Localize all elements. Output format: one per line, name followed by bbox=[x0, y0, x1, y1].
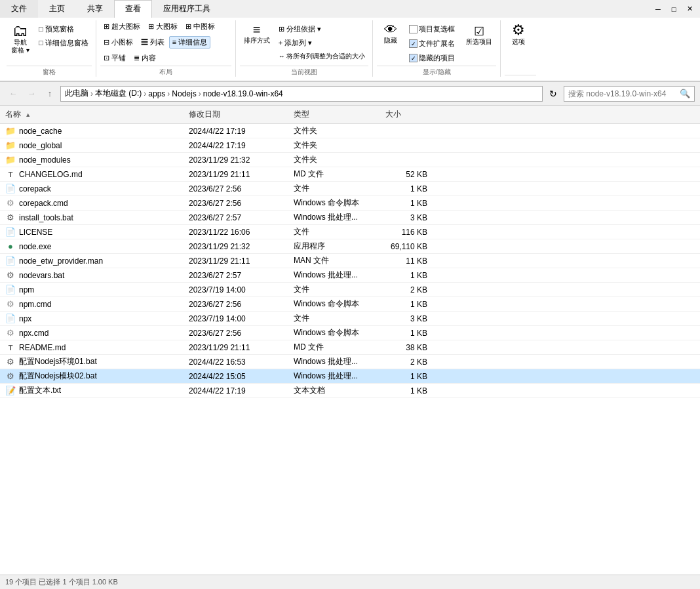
file-type: Windows 命令脚本 bbox=[288, 298, 380, 310]
back-button[interactable]: ← bbox=[5, 86, 21, 102]
path-sep-4: › bbox=[199, 89, 201, 98]
view-extra-large-button[interactable]: ⊞ 超大图标 bbox=[100, 20, 144, 33]
file-name: 配置Nodejs模块02.bat bbox=[19, 371, 97, 382]
tab-app-tools[interactable]: 应用程序工具 bbox=[152, 0, 222, 18]
file-icon: 📁 bbox=[5, 126, 16, 136]
file-row[interactable]: ⚙ 配置Nodejs模块02.bat 2024/4/22 15:05 Windo… bbox=[0, 369, 700, 384]
file-date: 2023/11/29 21:11 bbox=[184, 256, 288, 266]
file-row[interactable]: 📄 LICENSE 2023/11/22 16:06 文件 116 KB bbox=[0, 225, 700, 239]
file-row[interactable]: ● node.exe 2023/11/29 21:32 应用程序 69,110 … bbox=[0, 239, 700, 254]
file-date: 2023/6/27 2:56 bbox=[184, 199, 288, 208]
file-row[interactable]: ⚙ 配置Nodejs环境01.bat 2024/4/22 16:53 Windo… bbox=[0, 355, 700, 369]
file-icon: 📁 bbox=[5, 155, 16, 165]
file-row[interactable]: 📝 配置文本.txt 2024/4/22 17:19 文本文档 1 KB bbox=[0, 384, 700, 398]
file-name: README.md bbox=[19, 343, 66, 352]
ribbon-group-show-hide: 👁 隐藏 项目复选框 ✓ 文件扩展名 ✓ 隐藏的项目 bbox=[373, 20, 501, 77]
path-current[interactable]: node-v18.19.0-win-x64 bbox=[203, 89, 283, 98]
sort-icon: ≡ bbox=[253, 23, 261, 36]
file-icon: ● bbox=[5, 241, 16, 252]
file-type: Windows 命令脚本 bbox=[288, 197, 380, 209]
path-drive[interactable]: 本地磁盘 (D:) bbox=[95, 88, 142, 99]
sort-button[interactable]: ≡ 排序方式 bbox=[240, 20, 274, 48]
file-row[interactable]: 📄 npm 2023/7/19 14:00 文件 2 KB bbox=[0, 283, 700, 297]
search-box[interactable]: 🔍 bbox=[564, 86, 695, 102]
file-row[interactable]: T CHANGELOG.md 2023/11/29 21:11 MD 文件 52… bbox=[0, 167, 700, 182]
file-type: 文件夹 bbox=[288, 154, 380, 165]
ribbon-group-pane-label: 窗格 bbox=[7, 66, 92, 77]
file-row[interactable]: 📄 corepack 2023/6/27 2:56 文件 1 KB bbox=[0, 182, 700, 196]
view-large-button[interactable]: ⊞ 大图标 bbox=[145, 20, 181, 33]
view-details-button[interactable]: ≡ 详细信息 bbox=[169, 36, 210, 49]
tab-share[interactable]: 共享 bbox=[76, 0, 114, 18]
search-input[interactable] bbox=[568, 89, 680, 98]
file-row[interactable]: ⚙ corepack.cmd 2023/6/27 2:56 Windows 命令… bbox=[0, 196, 700, 211]
fit-columns-button[interactable]: ↔ 将所有列调整为合适的大小 bbox=[275, 51, 369, 62]
file-date: 2023/6/27 2:56 bbox=[184, 329, 288, 338]
col-header-size[interactable]: 大小 bbox=[380, 108, 433, 121]
details-pane-label: □ 详细信息窗格 bbox=[39, 38, 88, 48]
item-checkbox-toggle[interactable]: 项目复选框 bbox=[406, 23, 458, 35]
file-type: MD 文件 bbox=[288, 342, 380, 353]
file-row[interactable]: ⚙ npx.cmd 2023/6/27 2:56 Windows 命令脚本 1 … bbox=[0, 326, 700, 340]
file-row[interactable]: 📁 node_cache 2024/4/22 17:19 文件夹 bbox=[0, 124, 700, 138]
view-medium-button[interactable]: ⊞ 中图标 bbox=[182, 20, 218, 33]
file-name: CHANGELOG.md bbox=[19, 170, 83, 179]
options-label: 选项 bbox=[512, 37, 525, 47]
address-path[interactable]: 此电脑 › 本地磁盘 (D:) › apps › Nodejs › node-v… bbox=[60, 86, 543, 102]
hide-button[interactable]: 👁 隐藏 bbox=[377, 20, 404, 48]
file-type: 文件 bbox=[288, 284, 380, 295]
file-type: MAN 文件 bbox=[288, 255, 380, 266]
path-nodejs[interactable]: Nodejs bbox=[172, 89, 196, 98]
nav-pane-icon: 🗂 bbox=[12, 23, 28, 39]
file-name: npm.cmd bbox=[19, 300, 51, 309]
add-column-button[interactable]: + 添加列 ▾ bbox=[275, 37, 369, 49]
file-type: 文件夹 bbox=[288, 125, 380, 136]
file-row[interactable]: 📄 npx 2023/7/19 14:00 文件 3 KB bbox=[0, 312, 700, 326]
file-name: node_etw_provider.man bbox=[19, 256, 103, 266]
tab-view[interactable]: 查看 bbox=[114, 0, 152, 18]
col-header-date[interactable]: 修改日期 bbox=[184, 108, 288, 121]
maximize-button[interactable]: □ bbox=[667, 3, 680, 15]
options-button[interactable]: ⚙ 选项 bbox=[505, 20, 532, 49]
col-header-name[interactable]: 名称 ▲ bbox=[0, 108, 184, 121]
forward-button[interactable]: → bbox=[24, 86, 39, 102]
path-apps[interactable]: apps bbox=[148, 89, 165, 98]
file-ext-toggle[interactable]: ✓ 文件扩展名 bbox=[406, 37, 458, 50]
file-name: 配置文本.txt bbox=[19, 385, 61, 396]
file-icon: 📄 bbox=[5, 285, 16, 295]
address-bar: ← → ↑ 此电脑 › 本地磁盘 (D:) › apps › Nodejs › … bbox=[0, 82, 700, 106]
selected-items-button[interactable]: ☑ 所选项目 bbox=[462, 23, 496, 49]
file-row[interactable]: 📁 node_global 2024/4/22 17:19 文件夹 bbox=[0, 138, 700, 153]
col-header-type[interactable]: 类型 bbox=[288, 108, 380, 121]
details-pane-button[interactable]: □ 详细信息窗格 bbox=[35, 37, 92, 49]
view-tile-button[interactable]: ⊡ 平铺 bbox=[100, 52, 129, 64]
path-pc[interactable]: 此电脑 bbox=[65, 88, 88, 99]
file-size: 52 KB bbox=[380, 170, 433, 179]
nav-pane-button[interactable]: 🗂 导航窗格 ▾ bbox=[7, 20, 34, 57]
view-list-button[interactable]: ☰ 列表 bbox=[138, 36, 168, 49]
tab-file[interactable]: 文件 bbox=[0, 0, 38, 18]
tab-home[interactable]: 主页 bbox=[38, 0, 76, 18]
selected-items-label: 所选项目 bbox=[466, 37, 492, 47]
preview-pane-button[interactable]: □ 预览窗格 bbox=[35, 23, 92, 35]
view-content-button[interactable]: ≣ 内容 bbox=[130, 52, 159, 64]
group-by-button[interactable]: ⊞ 分组依据 ▾ bbox=[275, 23, 369, 35]
file-icon: ⚙ bbox=[5, 198, 16, 209]
minimize-button[interactable]: ─ bbox=[651, 3, 665, 15]
hidden-items-toggle[interactable]: ✓ 隐藏的项目 bbox=[406, 52, 458, 64]
refresh-button[interactable]: ↻ bbox=[545, 86, 561, 102]
file-size: 38 KB bbox=[380, 343, 433, 352]
close-button[interactable]: ✕ bbox=[683, 3, 696, 15]
file-row[interactable]: 📁 node_modules 2023/11/29 21:32 文件夹 bbox=[0, 153, 700, 167]
file-row[interactable]: ⚙ nodevars.bat 2023/6/27 2:57 Windows 批处… bbox=[0, 268, 700, 283]
file-row[interactable]: ⚙ install_tools.bat 2023/6/27 2:57 Windo… bbox=[0, 211, 700, 225]
file-icon: 📝 bbox=[5, 386, 16, 396]
hidden-items-label: 隐藏的项目 bbox=[419, 53, 455, 63]
file-row[interactable]: T README.md 2023/11/29 21:11 MD 文件 38 KB bbox=[0, 340, 700, 355]
file-icon: 📄 bbox=[5, 227, 16, 237]
view-small-button[interactable]: ⊟ 小图标 bbox=[100, 36, 136, 49]
file-type: MD 文件 bbox=[288, 169, 380, 180]
file-row[interactable]: 📄 node_etw_provider.man 2023/11/29 21:11… bbox=[0, 254, 700, 268]
up-button[interactable]: ↑ bbox=[42, 86, 58, 102]
file-row[interactable]: ⚙ npm.cmd 2023/6/27 2:56 Windows 命令脚本 1 … bbox=[0, 297, 700, 312]
